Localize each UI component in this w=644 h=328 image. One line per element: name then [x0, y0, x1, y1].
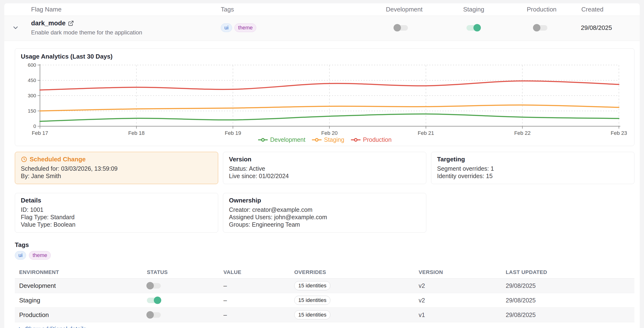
tag-theme[interactable]: theme	[234, 23, 256, 32]
legend-marker-icon	[258, 138, 268, 142]
col-created: Created	[577, 6, 640, 13]
svg-text:150: 150	[28, 108, 36, 114]
toggle-knob	[146, 311, 154, 319]
env-name: Development	[19, 282, 147, 290]
scheduled-by: By: Jane Smith	[21, 172, 212, 180]
env-status-cell	[147, 298, 224, 303]
toggle-knob	[474, 24, 481, 31]
env-col-last-updated: LAST UPDATED	[506, 269, 634, 275]
svg-text:Feb 20: Feb 20	[321, 130, 338, 136]
env-col-status: STATUS	[147, 269, 224, 275]
clock-icon	[21, 156, 27, 163]
svg-text:300: 300	[28, 93, 36, 98]
env-value: –	[224, 297, 294, 304]
svg-text:Feb 21: Feb 21	[418, 130, 434, 136]
env-row-development: Development–15 identitiesv229/08/2025	[15, 279, 634, 293]
env-toggle-production[interactable]	[147, 312, 161, 318]
flag-toggle-production[interactable]	[534, 25, 547, 30]
identity-overrides: Identity overrides: 15	[437, 172, 628, 180]
env-overrides-cell: 15 identities	[294, 310, 419, 320]
env-toggle-development[interactable]	[147, 283, 161, 289]
env-toggle-staging[interactable]	[147, 298, 161, 303]
legend-item-staging[interactable]: Staging	[312, 136, 344, 143]
value-type: Value Type: Boolean	[21, 221, 212, 228]
targeting-card-title: Targeting	[437, 156, 628, 163]
chevron-down-icon[interactable]	[12, 24, 19, 31]
show-additional-details-link[interactable]: Show additional details	[17, 326, 634, 328]
scheduled-change-card: Scheduled Change Scheduled for: 03/03/20…	[15, 152, 218, 184]
details-card-title: Details	[21, 197, 212, 204]
segment-overrides: Segment overrides: 1	[437, 165, 628, 172]
groups: Groups: Engineering Team	[229, 221, 420, 228]
env-value: –	[224, 282, 294, 290]
env-row-production: Production–15 identitiesv129/08/2025	[15, 308, 634, 322]
col-flag-name: Flag Name	[27, 6, 216, 13]
flag-row[interactable]: dark_mode Enable dark mode theme for the…	[4, 16, 640, 41]
flag-description: Enable dark mode theme for the applicati…	[31, 29, 216, 36]
flag-toggle-cell-staging	[459, 25, 522, 30]
col-tags: Tags	[216, 6, 382, 13]
version-live-since: Live since: 01/02/2024	[229, 172, 420, 180]
expanded-detail: Usage Analytics (Last 30 Days) 015030045…	[4, 41, 640, 328]
version-card: Version Status: Active Live since: 01/02…	[223, 152, 426, 184]
toggle-knob	[394, 24, 401, 31]
scheduled-change-title: Scheduled Change	[30, 156, 86, 163]
flag-created-date: 29/08/2025	[577, 24, 640, 31]
environments-table-header: ENVIRONMENT STATUS VALUE OVERRIDES VERSI…	[15, 268, 634, 279]
identities-badge[interactable]: 15 identities	[294, 310, 330, 320]
env-col-version: VERSION	[419, 269, 506, 275]
env-value: –	[224, 311, 294, 319]
svg-text:0: 0	[33, 123, 36, 129]
environments-table: ENVIRONMENT STATUS VALUE OVERRIDES VERSI…	[15, 268, 634, 322]
env-row-staging: Staging–15 identitiesv229/08/2025	[15, 293, 634, 308]
col-production: Production	[522, 6, 577, 13]
env-name: Production	[19, 311, 147, 319]
ownership-card-title: Ownership	[229, 197, 420, 204]
tags-list: uitheme	[15, 251, 634, 260]
creator: Creator: creator@example.com	[229, 206, 420, 214]
legend-item-production[interactable]: Production	[350, 136, 392, 143]
flag-toggle-staging[interactable]	[466, 25, 480, 30]
chart-legend: DevelopmentStagingProduction	[21, 136, 628, 143]
legend-label: Production	[363, 136, 392, 143]
svg-text:Feb 22: Feb 22	[514, 130, 530, 136]
toggle-knob	[146, 282, 154, 290]
ownership-card: Ownership Creator: creator@example.com A…	[223, 193, 426, 233]
col-staging: Staging	[459, 6, 522, 13]
legend-label: Staging	[324, 136, 344, 143]
legend-marker-icon	[350, 138, 361, 142]
flag-table-header: Flag Name Tags Development Staging Produ…	[4, 3, 640, 16]
flag-toggle-cell-development	[382, 25, 459, 30]
usage-analytics-chart: 0150300450600Feb 17Feb 18Feb 19Feb 20Feb…	[21, 62, 629, 136]
chevron-right-icon	[17, 326, 23, 328]
identities-badge[interactable]: 15 identities	[294, 296, 330, 305]
env-col-environment: ENVIRONMENT	[19, 269, 147, 275]
tag-ui[interactable]: ui	[15, 251, 26, 260]
legend-item-development[interactable]: Development	[258, 136, 305, 143]
env-last-updated: 29/08/2025	[506, 297, 634, 304]
tag-theme[interactable]: theme	[29, 251, 51, 260]
env-status-cell	[147, 312, 224, 318]
svg-text:450: 450	[28, 77, 36, 83]
chart-title: Usage Analytics (Last 30 Days)	[21, 53, 628, 60]
external-link-icon[interactable]	[68, 20, 74, 26]
svg-text:Feb 19: Feb 19	[225, 130, 241, 136]
flag-toggle-development[interactable]	[394, 25, 408, 30]
toggle-knob	[154, 297, 161, 304]
env-overrides-cell: 15 identities	[294, 281, 419, 290]
flag-type: Flag Type: Standard	[21, 214, 212, 221]
version-status: Status: Active	[229, 165, 420, 172]
usage-analytics-card: Usage Analytics (Last 30 Days) 015030045…	[15, 48, 634, 146]
svg-text:600: 600	[28, 62, 36, 68]
targeting-card: Targeting Segment overrides: 1 Identity …	[431, 152, 634, 184]
flag-tags: uitheme	[216, 23, 382, 32]
show-additional-details-label: Show additional details	[25, 326, 86, 328]
tag-ui[interactable]: ui	[221, 23, 232, 32]
flag-detail-panel: Flag Name Tags Development Staging Produ…	[4, 3, 640, 328]
identities-badge[interactable]: 15 identities	[294, 281, 330, 290]
flag-id: ID: 1001	[21, 206, 212, 214]
env-version: v1	[419, 312, 506, 319]
env-col-value: VALUE	[224, 269, 294, 275]
svg-text:Feb 18: Feb 18	[128, 130, 145, 136]
env-version: v2	[419, 297, 506, 304]
